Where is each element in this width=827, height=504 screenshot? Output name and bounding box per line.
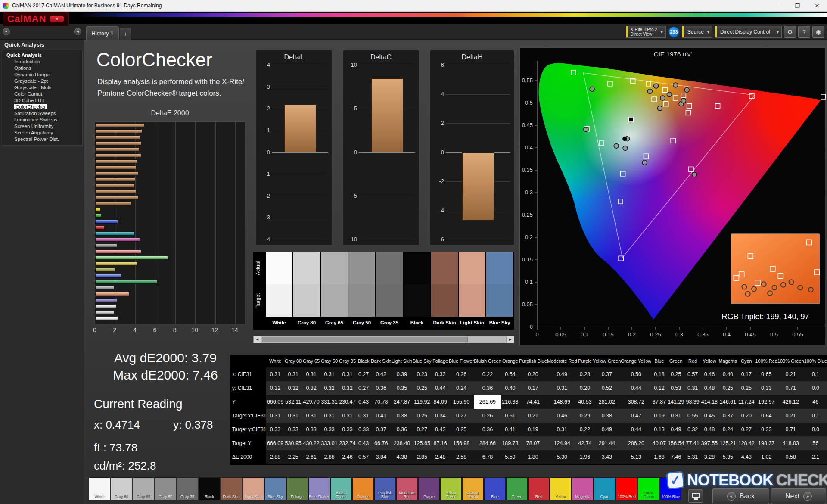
patch-chip-100-green[interactable]: 100% Green: [638, 477, 659, 500]
meter-count-badge[interactable]: 233: [668, 26, 680, 38]
patch-chip-blue-flower[interactable]: Blue Flower: [308, 477, 330, 500]
patch-chip-label: Gray 35: [177, 495, 198, 499]
patch-chip-orange-yellow[interactable]: Orange Yellow: [462, 477, 484, 500]
next-icon: »: [803, 492, 812, 501]
minimize-icon[interactable]: —: [768, 0, 787, 11]
patch-chip-dark-skin[interactable]: Dark Skin: [221, 477, 242, 500]
patch-chip-moderate-red[interactable]: Moderate Red: [396, 477, 418, 500]
deltae-bar: [95, 202, 131, 205]
sidebar-item-dynamic-range[interactable]: Dynamic Range: [2, 72, 82, 78]
patch-chip-gray-50[interactable]: Gray 50: [155, 477, 176, 500]
deltae-bar: [95, 129, 142, 133]
back-button[interactable]: « Back: [712, 488, 769, 504]
column-header-red: Red: [685, 355, 700, 367]
svg-text:0.3: 0.3: [675, 331, 683, 338]
patch-chip-yellow-green[interactable]: Yellow Green: [440, 477, 462, 500]
gear-icon: ⚙: [787, 28, 793, 35]
sidebar-collapse-button[interactable]: ◄: [74, 28, 81, 35]
patch-chip-black[interactable]: Black: [199, 477, 220, 500]
patch-comparison-strip: Actual Target WhiteGray 80Gray 65Gray 50…: [253, 252, 514, 330]
patch-chip-gray-35[interactable]: Gray 35: [177, 477, 198, 500]
patch-chip-blue-sky[interactable]: Blue Sky: [264, 477, 286, 500]
close-icon[interactable]: ✕: [807, 0, 827, 11]
table-cell: 0.17: [737, 367, 755, 381]
patch-chip-label: Blue Flower: [309, 495, 330, 499]
patch-column-gray-50[interactable]: Gray 50: [348, 252, 376, 330]
display-button[interactable]: [688, 489, 703, 503]
table-cell: 216.38: [501, 395, 519, 409]
patch-column-light-skin[interactable]: Light Skin: [458, 252, 486, 330]
patch-chip-gray-65[interactable]: Gray 65: [133, 477, 154, 500]
maximize-icon[interactable]: ❐: [787, 0, 807, 11]
patch-chip-red[interactable]: Red: [528, 477, 550, 500]
scrollbar-thumb[interactable]: [262, 337, 468, 342]
target-point: [821, 94, 826, 99]
meter-select[interactable]: X-Rite i1Pro 2 Direct View ▾: [626, 26, 666, 38]
patch-chip-bluish-green[interactable]: Bluish Green: [330, 477, 352, 500]
table-cell: 0.31: [320, 367, 339, 381]
measured-point: [623, 146, 628, 151]
patch-chip-blue[interactable]: Blue: [484, 477, 506, 500]
table-cell: 0.33: [755, 423, 777, 436]
source-select[interactable]: Source ▾: [682, 26, 712, 38]
patch-column-white[interactable]: White: [265, 252, 293, 330]
patch-chip-purplish-blue[interactable]: Purplish Blue: [374, 477, 396, 500]
settings-button[interactable]: ⚙: [784, 26, 796, 38]
next-button[interactable]: Next »: [771, 488, 826, 504]
patch-column-gray-65[interactable]: Gray 65: [320, 252, 348, 330]
patch-column-gray-35[interactable]: Gray 35: [376, 252, 403, 330]
calman-logo[interactable]: CalMAN ▼: [3, 12, 69, 26]
monitor-icon: [692, 493, 700, 498]
column-header-100-red: 100% Red: [755, 355, 777, 367]
deltae-bar: [95, 135, 140, 139]
workflow-options-button[interactable]: ●: [3, 28, 10, 35]
sidebar-item-3d-cube-lut[interactable]: 3D Cube LUT: [2, 97, 82, 104]
table-cell: 0.31: [302, 367, 320, 381]
patch-column-blue-sky[interactable]: Blue Sky: [486, 252, 513, 330]
help-button[interactable]: ?: [798, 26, 810, 38]
sidebar-item-introduction[interactable]: Introduction: [2, 59, 82, 65]
sidebar-item-options[interactable]: Options: [2, 65, 82, 72]
patch-chip-yellow[interactable]: Yellow: [550, 477, 572, 500]
patch-column-black[interactable]: Black: [403, 252, 431, 330]
patch-column-dark-skin[interactable]: Dark Skin: [431, 252, 458, 330]
sidebar-item-grayscale-2pt[interactable]: Grayscale - 2pt: [2, 78, 82, 84]
calman-menu-button[interactable]: ▼: [50, 16, 64, 22]
tab-history-1[interactable]: History 1: [86, 26, 119, 40]
sidebar-item-quick-analysis[interactable]: Quick Analysis: [2, 52, 82, 59]
scroll-right-icon[interactable]: ►: [506, 336, 514, 343]
patch-chip-white[interactable]: White: [89, 477, 110, 500]
sidebar-item-screen-uniformity[interactable]: Screen Uniformity: [2, 123, 82, 130]
scroll-left-icon[interactable]: ◄: [254, 336, 261, 343]
tab-add-button[interactable]: +: [120, 28, 131, 40]
sidebar-item-grayscale-multi[interactable]: Grayscale - Multi: [2, 84, 82, 91]
table-cell: 0.44: [621, 381, 651, 395]
sidebar-item-colorchecker[interactable]: ColorChecker: [2, 104, 82, 110]
patch-chip-100-red[interactable]: 100% Red: [616, 477, 637, 500]
table-row-x-cie31: x: CIE310.310.310.310.310.310.270.420.39…: [230, 367, 827, 381]
patch-chip-cyan[interactable]: Cyan: [594, 477, 616, 500]
patch-chip-light-skin[interactable]: Light Skin: [243, 477, 264, 500]
display-control-select[interactable]: Direct Display Control ▾: [715, 26, 782, 38]
patch-chip-green[interactable]: Green: [506, 477, 528, 500]
patch-chip-foliage[interactable]: Foliage: [286, 477, 308, 500]
rgb-triplet-label: RGB Triplet: 199, 140, 97: [721, 312, 809, 321]
check-icon: ✓: [666, 471, 685, 490]
sidebar-item-color-gamut[interactable]: Color Gamut: [2, 91, 82, 97]
pin-button[interactable]: ◉: [812, 26, 824, 38]
deltae-bar: [95, 141, 141, 145]
patch-column-gray-80[interactable]: Gray 80: [293, 252, 320, 330]
sidebar-item-luminance-sweeps[interactable]: Luminance Sweeps: [2, 117, 82, 123]
sidebar-item-saturation-sweeps[interactable]: Saturation Sweeps: [2, 110, 82, 117]
patch-chip-orange[interactable]: Orange: [352, 477, 374, 500]
table-cell: 0.54: [501, 367, 519, 381]
sidebar-item-spectral-power-dist[interactable]: Spectral Power Dist.: [2, 136, 82, 143]
patch-strip-scrollbar[interactable]: ◄ ►: [253, 336, 514, 343]
patch-chip-gray-80[interactable]: Gray 80: [111, 477, 132, 500]
table-cell: 0.64: [755, 409, 777, 423]
patch-chip-purple[interactable]: Purple: [418, 477, 440, 500]
table-cell: 426.12: [777, 395, 804, 409]
sidebar-item-screen-angularity[interactable]: Screen Angularity: [2, 130, 82, 136]
current-reading-label: Current Reading: [94, 397, 182, 411]
patch-chip-magenta[interactable]: Magenta: [572, 477, 594, 500]
